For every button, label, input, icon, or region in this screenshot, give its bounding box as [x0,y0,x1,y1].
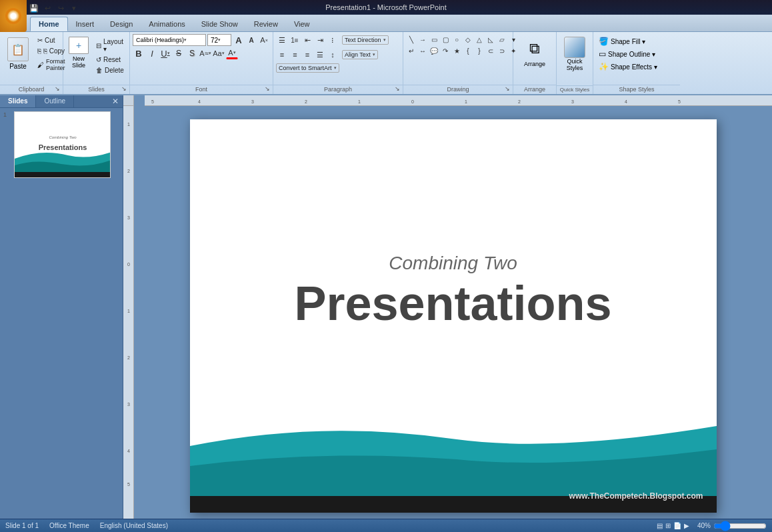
view-slideshow-button[interactable]: ▶ [684,522,689,529]
title-bar: Presentation1 - Microsoft PowerPoint [0,0,772,15]
redo-button[interactable]: ↪ [55,2,67,14]
shape-star[interactable]: ★ [451,45,462,56]
svg-text:4: 4 [127,449,130,453]
tab-view[interactable]: View [286,17,318,31]
shape-custom2[interactable]: ⊃ [497,45,507,56]
quick-styles-group: QuickStyles Quick Styles [557,32,593,94]
shape-outline-button[interactable]: ▭ Shape Outline ▾ [596,48,677,60]
font-name-dropdown-arrow[interactable]: ▾ [184,37,187,43]
shape-callout[interactable]: 💬 [429,45,439,56]
paste-button[interactable]: 📋 Paste [3,34,33,73]
clipboard-expand[interactable]: ↘ [53,85,61,93]
font-controls: Calibri (Headings) ▾ 72 ▾ A A A× B I U▾ … [133,34,270,59]
shape-double-arrow[interactable]: ↔ [417,45,428,56]
columns-button[interactable]: ⫶ [327,34,339,46]
shape-bent-arrow[interactable]: ↵ [406,45,417,56]
bold-button[interactable]: B [133,47,145,59]
spacing-button[interactable]: A≈▾ [199,47,211,59]
justify-button[interactable]: ☰ [314,49,326,61]
shape-effects-buttons: 🪣 Shape Fill ▾ ▭ Shape Outline ▾ ✨ Shape… [596,34,677,73]
shape-effects-button[interactable]: ✨ Shape Effects ▾ [596,61,677,73]
strikethrough-button[interactable]: S [173,47,185,59]
align-left-button[interactable]: ≡ [276,49,288,61]
align-center-button[interactable]: ≡ [289,49,301,61]
arrange-button[interactable]: ⧉ Arrange [516,34,553,70]
convert-smartart-button[interactable]: Convert to SmartArt▾ [276,63,339,73]
paragraph-expand[interactable]: ↘ [393,85,401,93]
slide-thumbnail-1[interactable]: Combining Two Presentations [14,111,111,178]
delete-button[interactable]: 🗑 Delete [93,65,127,75]
shape-oval[interactable]: ○ [451,34,462,45]
slides-expand[interactable]: ↘ [120,85,128,93]
shape-rounded-rect[interactable]: ▢ [440,34,451,45]
shape-arrow[interactable]: → [417,34,428,45]
shape-right-triangle[interactable]: ◺ [485,34,496,45]
font-color-button[interactable]: A▾ [226,47,238,59]
align-text-button[interactable]: Align Text▾ [342,50,378,59]
view-reading-button[interactable]: 📄 [673,522,681,529]
shape-diamond[interactable]: ◇ [463,34,473,45]
shape-curved-arrow[interactable]: ↷ [440,45,451,56]
panel-tab-outline[interactable]: Outline [36,95,74,107]
shape-fill-button[interactable]: 🪣 Shape Fill ▾ [596,35,677,47]
increase-indent-button[interactable]: ⇥ [314,34,326,46]
shape-rect[interactable]: ▭ [429,34,439,45]
underline-button[interactable]: U▾ [159,47,171,59]
panel-tab-slides[interactable]: Slides [0,95,36,107]
font-grow-button[interactable]: A [233,34,245,46]
undo-button[interactable]: ↩ [41,2,53,14]
horizontal-ruler: 5 4 3 2 1 0 1 2 3 4 5 [145,95,772,106]
shape-bracket[interactable]: { [463,45,473,56]
tab-animations[interactable]: Animations [141,17,193,31]
svg-text:0: 0 [127,262,130,267]
font-expand[interactable]: ↘ [263,85,271,93]
shape-brace[interactable]: } [474,45,485,56]
cut-label: Cut [45,37,55,44]
clear-formatting-button[interactable]: A× [258,34,270,46]
save-button[interactable]: 💾 [28,2,40,14]
reset-button[interactable]: ↺ Reset [93,55,127,65]
canvas-with-ruler: 1 2 3 0 1 2 3 4 5 Combining Two Presenta… [123,106,772,519]
shape-triangle[interactable]: △ [474,34,485,45]
shadow-button[interactable]: S [186,47,198,59]
layout-button[interactable]: ⊟ Layout ▾ [93,37,127,54]
shape-line[interactable]: ╲ [406,34,417,45]
bullets-button[interactable]: ☰ [276,34,288,46]
tab-slideshow[interactable]: Slide Show [193,17,246,31]
format-painter-icon: 🖌 [37,61,44,69]
tab-home[interactable]: Home [30,17,68,31]
arrange-label: Arrange [524,61,545,67]
shape-parallelogram[interactable]: ▱ [497,34,507,45]
close-panel-button[interactable]: ✕ [108,95,123,107]
tab-insert[interactable]: Insert [68,17,103,31]
drawing-expand[interactable]: ↘ [503,85,511,93]
office-button[interactable] [0,0,27,32]
shape-custom1[interactable]: ⊂ [485,45,496,56]
font-shrink-button[interactable]: A [245,34,257,46]
slide-main[interactable]: Combining Two Presentations www.TheCompe… [190,119,717,513]
arrange-group: ⧉ Arrange Arrange [513,32,557,94]
new-slide-button[interactable]: + NewSlide [66,34,91,71]
slide-panel: Slides Outline ✕ 1 Combining Two [0,95,123,519]
line-spacing-button[interactable]: ↕ [327,49,339,61]
decrease-indent-button[interactable]: ⇤ [301,34,313,46]
change-case-button[interactable]: Aa▾ [213,47,225,59]
numbering-button[interactable]: 1≡ [289,34,301,46]
arrange-icon: ⧉ [523,37,547,61]
zoom-slider[interactable] [713,522,767,530]
tab-review[interactable]: Review [246,17,286,31]
new-slide-icon: + [69,37,89,54]
font-name-input[interactable]: Calibri (Headings) ▾ [133,34,206,46]
slide-canvas-scroll[interactable]: Combining Two Presentations www.TheCompe… [134,106,772,519]
delete-icon: 🗑 [96,67,103,74]
svg-text:5: 5 [151,99,154,104]
view-normal-button[interactable]: ▤ [657,522,663,529]
quick-styles-button[interactable]: QuickStyles [559,34,590,74]
font-size-input[interactable]: 72 ▾ [207,34,231,46]
text-direction-button[interactable]: Text Direction▾ [342,35,389,45]
italic-button[interactable]: I [146,47,158,59]
tab-design[interactable]: Design [102,17,141,31]
view-slide-sorter-button[interactable]: ⊞ [665,522,671,529]
quick-access-dropdown[interactable]: ▾ [68,2,80,14]
align-right-button[interactable]: ≡ [301,49,313,61]
